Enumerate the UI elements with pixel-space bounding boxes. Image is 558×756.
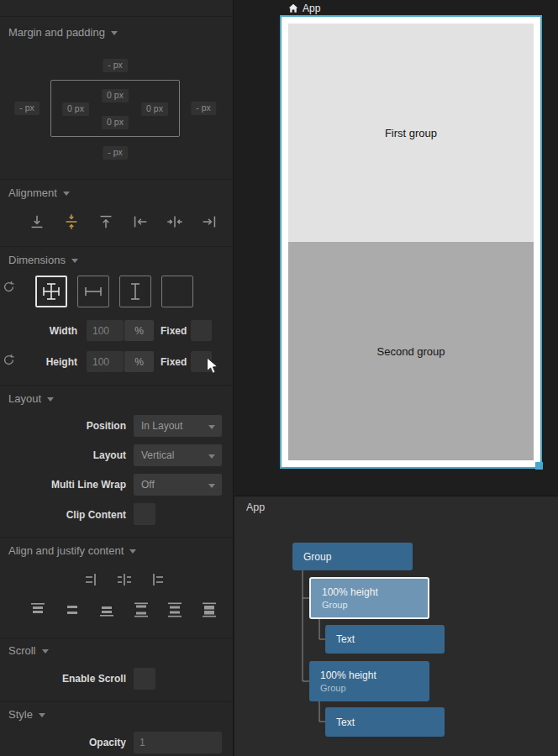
- align-top-icon[interactable]: [96, 212, 116, 232]
- margin-top-field[interactable]: - px: [103, 59, 128, 72]
- align-content-space-around-icon[interactable]: [165, 600, 185, 620]
- clip-content-label: Clip Content: [0, 509, 126, 521]
- node-graph-panel[interactable]: App Group 100% height Group Text 100% he…: [234, 496, 558, 756]
- align-content-space-between-icon[interactable]: [131, 600, 151, 620]
- properties-panel: Margin and padding - px - px - px - px 0…: [0, 0, 234, 756]
- first-group-label: First group: [385, 127, 437, 139]
- width-fixed-checkbox[interactable]: [191, 320, 212, 341]
- margin-left-field[interactable]: - px: [14, 102, 39, 115]
- height-label: Height: [0, 356, 77, 368]
- section-divider: [0, 638, 234, 638]
- section-header-layout[interactable]: Layout: [8, 392, 54, 405]
- node-title: 100% height: [322, 586, 428, 598]
- multi-line-wrap-dropdown[interactable]: Off: [134, 474, 222, 496]
- margin-right-field[interactable]: - px: [191, 102, 216, 115]
- chevron-down-icon: [208, 484, 215, 488]
- section-header-alignment[interactable]: Alignment: [8, 186, 70, 199]
- dropdown-value: Off: [141, 479, 155, 491]
- width-fixed-label: Fixed: [161, 325, 187, 337]
- size-fill-height-icon[interactable]: [119, 276, 151, 307]
- width-input[interactable]: [87, 320, 124, 341]
- align-right-icon[interactable]: [199, 212, 219, 232]
- section-title: Margin and padding: [8, 26, 105, 39]
- section-header-dimensions[interactable]: Dimensions: [8, 254, 78, 266]
- chevron-down-icon: [63, 192, 70, 196]
- mouse-cursor: [206, 357, 219, 375]
- canvas-area[interactable]: App First group Second group: [234, 0, 558, 496]
- justify-start-icon[interactable]: [148, 570, 168, 590]
- section-divider: [0, 246, 234, 247]
- layout-dropdown[interactable]: Vertical: [134, 444, 222, 466]
- size-fill-width-icon[interactable]: [77, 276, 109, 307]
- opacity-input[interactable]: [134, 732, 222, 753]
- node-subtitle: Group: [322, 600, 428, 610]
- node-text[interactable]: Text: [325, 625, 445, 654]
- align-content-start-icon[interactable]: [28, 600, 48, 620]
- chevron-down-icon: [111, 31, 118, 35]
- chevron-down-icon: [39, 713, 45, 717]
- dropdown-value: In Layout: [141, 420, 182, 432]
- width-unit-select[interactable]: %: [124, 320, 154, 341]
- align-left-icon[interactable]: [130, 212, 150, 232]
- section-title: Align and justify content: [8, 544, 124, 557]
- breadcrumb[interactable]: App: [288, 3, 320, 14]
- position-label: Position: [0, 420, 126, 432]
- padding-top-field[interactable]: 0 px: [102, 89, 129, 102]
- size-content-icon[interactable]: [161, 276, 193, 307]
- layout-mode-label: Layout: [0, 449, 126, 461]
- multi-line-wrap-label: Multi Line Wrap: [0, 479, 126, 491]
- width-label: Width: [0, 325, 77, 337]
- node-title: 100% height: [320, 669, 429, 681]
- node-label: Text: [336, 633, 445, 645]
- size-fill-both-icon[interactable]: [35, 276, 67, 307]
- padding-bottom-field[interactable]: 0 px: [102, 116, 129, 129]
- second-group[interactable]: Second group: [288, 242, 534, 460]
- align-content-stretch-icon[interactable]: [199, 600, 219, 620]
- preview-frame[interactable]: First group Second group: [280, 15, 542, 469]
- node-group[interactable]: Group: [292, 543, 413, 570]
- align-content-end-icon[interactable]: [97, 600, 117, 620]
- section-header-align-justify[interactable]: Align and justify content: [8, 544, 136, 557]
- align-center-horizontal-icon[interactable]: [165, 212, 185, 232]
- node-subtitle: Group: [320, 683, 429, 693]
- section-title: Style: [8, 708, 33, 721]
- section-header-margin-padding[interactable]: Margin and padding: [8, 26, 118, 39]
- node-100-height-group-selected[interactable]: 100% height Group: [309, 577, 429, 619]
- enable-scroll-label: Enable Scroll: [0, 673, 126, 685]
- section-divider: [0, 537, 234, 538]
- section-divider: [0, 701, 234, 702]
- position-dropdown[interactable]: In Layout: [134, 415, 222, 437]
- margin-bottom-field[interactable]: - px: [103, 146, 128, 160]
- node-text[interactable]: Text: [325, 707, 445, 737]
- padding-left-field[interactable]: 0 px: [62, 102, 89, 116]
- opacity-label: Opacity: [0, 737, 126, 748]
- node-100-height-group[interactable]: 100% height Group: [309, 661, 429, 701]
- height-input[interactable]: [87, 351, 124, 372]
- reset-size-mode-icon[interactable]: [3, 281, 16, 294]
- align-content-center-icon[interactable]: [62, 600, 82, 620]
- padding-right-field[interactable]: 0 px: [141, 102, 168, 116]
- chevron-down-icon: [208, 425, 215, 429]
- height-unit-select[interactable]: %: [124, 351, 154, 372]
- chevron-down-icon: [47, 397, 54, 402]
- section-divider: [0, 179, 234, 180]
- chevron-down-icon: [129, 549, 136, 554]
- node-label: Text: [336, 717, 445, 728]
- chevron-down-icon: [208, 454, 215, 459]
- justify-center-icon[interactable]: [114, 570, 134, 590]
- align-center-vertical-icon[interactable]: [61, 212, 82, 232]
- section-header-style[interactable]: Style: [8, 708, 45, 721]
- justify-end-icon[interactable]: [81, 570, 101, 590]
- clip-content-checkbox[interactable]: [134, 503, 155, 525]
- section-header-scroll[interactable]: Scroll: [8, 644, 49, 657]
- section-title: Dimensions: [8, 254, 66, 266]
- resize-handle[interactable]: [535, 462, 543, 470]
- home-icon: [288, 3, 298, 13]
- first-group[interactable]: First group: [288, 24, 534, 242]
- app-window: Margin and padding - px - px - px - px 0…: [0, 0, 558, 756]
- second-group-label: Second group: [377, 345, 445, 358]
- enable-scroll-checkbox[interactable]: [134, 668, 155, 690]
- node-label: Group: [303, 551, 413, 563]
- section-title: Alignment: [8, 186, 57, 199]
- align-bottom-icon[interactable]: [27, 212, 47, 232]
